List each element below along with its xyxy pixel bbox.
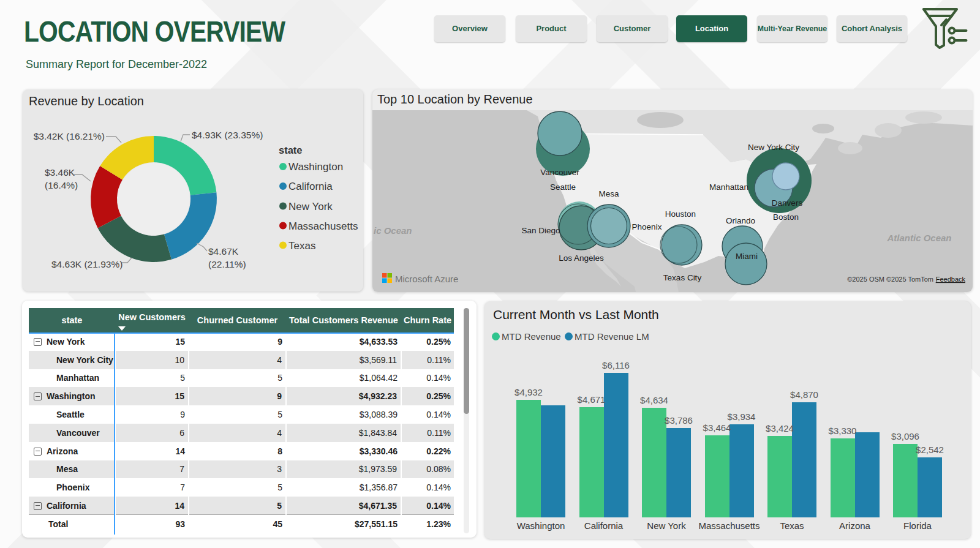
svg-text:state: state (279, 145, 303, 156)
svg-text:(16.4%): (16.4%) (45, 180, 78, 190)
svg-text:New York City: New York City (748, 143, 799, 152)
svg-text:Danvers: Danvers (772, 198, 803, 208)
svg-text:Texas City: Texas City (663, 273, 702, 282)
svg-text:Washington: Washington (288, 161, 343, 173)
svg-text:$4.93K (23.35%): $4.93K (23.35%) (192, 130, 263, 140)
svg-text:Feedback: Feedback (936, 276, 966, 283)
svg-text:Atlantic Ocean: Atlantic Ocean (886, 233, 951, 243)
svg-text:$3.42K (16.21%): $3.42K (16.21%) (34, 131, 105, 141)
svg-text:New York: New York (288, 201, 333, 212)
svg-text:Los Angeles: Los Angeles (559, 253, 604, 263)
svg-text:Seattle: Seattle (550, 182, 576, 192)
svg-text:Boston: Boston (773, 212, 799, 222)
svg-text:$3.46K: $3.46K (45, 167, 75, 178)
svg-text:$4.63K (21.93%): $4.63K (21.93%) (51, 259, 123, 269)
svg-text:Manhattan: Manhattan (709, 182, 748, 192)
svg-text:Vancouver: Vancouver (540, 168, 579, 177)
svg-text:$4.67K: $4.67K (208, 246, 239, 257)
svg-text:Phoenix: Phoenix (632, 222, 662, 231)
svg-text:ic Ocean: ic Ocean (374, 225, 412, 236)
svg-text:San Diego: San Diego (521, 226, 560, 235)
svg-text:Mesa: Mesa (598, 189, 619, 198)
svg-text:Orlando: Orlando (726, 216, 755, 225)
svg-text:Miami: Miami (736, 252, 758, 261)
svg-text:Texas: Texas (288, 240, 315, 252)
svg-text:Microsoft Azure: Microsoft Azure (395, 274, 458, 284)
svg-text:Houston: Houston (665, 209, 696, 219)
svg-text:Massachusetts: Massachusetts (288, 220, 358, 232)
svg-text:©2025 OSM ©2025 TomTom: ©2025 OSM ©2025 TomTom (847, 276, 933, 283)
svg-text:California: California (288, 181, 333, 192)
svg-text:(22.11%): (22.11%) (208, 259, 246, 269)
